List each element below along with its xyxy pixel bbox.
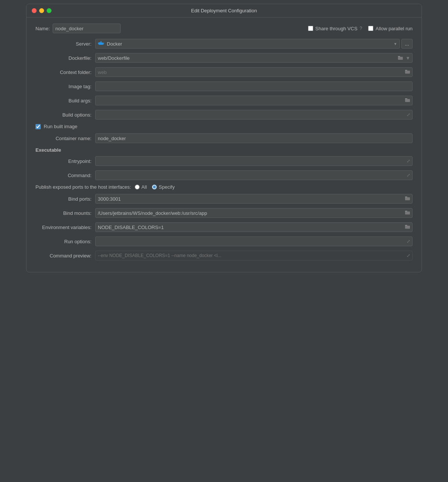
radio-specify[interactable]: [152, 185, 157, 189]
dockerfile-folder-icon[interactable]: [397, 55, 404, 61]
build-options-expand-icon[interactable]: ⤢: [407, 112, 410, 117]
env-variables-folder-icon[interactable]: [405, 224, 410, 230]
run-options-input[interactable]: [95, 237, 413, 246]
radio-specify-label: Specify: [159, 184, 175, 190]
build-options-input[interactable]: [95, 110, 413, 120]
env-variables-row: Environment variables:: [35, 222, 413, 232]
bind-mounts-folder-icon[interactable]: [405, 210, 410, 216]
build-args-folder-icon[interactable]: [405, 98, 410, 103]
image-tag-label: Image tag:: [35, 84, 95, 89]
allow-parallel-label: Allow parallel run: [376, 26, 413, 31]
dockerfile-dropdown-icon[interactable]: ▼: [405, 55, 411, 62]
command-preview-label: Command preview:: [35, 253, 95, 259]
svg-rect-13: [405, 226, 410, 229]
run-options-expand-icon[interactable]: ⤢: [407, 239, 410, 244]
entrypoint-expand-icon[interactable]: ⤢: [407, 158, 410, 164]
bind-mounts-row: Bind mounts:: [35, 208, 413, 218]
env-variables-label: Environment variables:: [35, 225, 95, 230]
context-folder-input[interactable]: [95, 67, 413, 77]
container-name-label: Container name:: [35, 136, 95, 141]
env-variables-input[interactable]: [95, 222, 413, 232]
publish-ports-row: Publish exposed ports to the host interf…: [35, 184, 413, 190]
svg-rect-9: [405, 71, 410, 74]
share-vcs-row: Share through VCS ?: [308, 26, 362, 31]
docker-icon: [98, 41, 105, 46]
context-folder-label: Context folder:: [35, 69, 95, 75]
bind-ports-folder-icon[interactable]: [405, 196, 410, 202]
image-tag-input[interactable]: [95, 81, 413, 91]
command-preview-input: [95, 251, 413, 260]
context-folder-icon[interactable]: [405, 69, 410, 75]
svg-rect-5: [100, 41, 102, 42]
server-value: Docker: [107, 41, 122, 47]
build-options-label: Build options:: [35, 112, 95, 118]
radio-all[interactable]: [135, 185, 140, 189]
svg-rect-10: [405, 99, 410, 102]
window-title: Edit Deployment Configuration: [191, 8, 257, 13]
svg-rect-11: [405, 197, 410, 200]
bind-mounts-label: Bind mounts:: [35, 210, 95, 216]
traffic-lights: [32, 8, 52, 13]
dockerfile-label: Dockerfile:: [35, 55, 95, 61]
command-input[interactable]: [95, 170, 413, 180]
publish-ports-label: Publish exposed ports to the host interf…: [35, 184, 131, 190]
build-args-label: Build args:: [35, 98, 95, 103]
share-vcs-label: Share through VCS: [315, 26, 358, 31]
close-button[interactable]: [32, 8, 37, 13]
server-row: Server:: [35, 38, 413, 49]
bind-ports-label: Bind ports:: [35, 196, 95, 202]
command-preview-expand-icon[interactable]: ⤢: [407, 253, 410, 258]
help-icon[interactable]: ?: [360, 26, 362, 31]
publish-ports-options: All Specify: [135, 184, 175, 190]
entrypoint-input[interactable]: [95, 156, 413, 166]
executable-header: Executable: [35, 147, 413, 153]
container-name-input[interactable]: [95, 133, 413, 143]
server-more-button[interactable]: ...: [401, 39, 413, 49]
build-args-input[interactable]: [95, 96, 413, 105]
svg-point-7: [103, 43, 104, 43]
server-select: Docker ▼ ...: [95, 39, 413, 49]
radio-specify-option[interactable]: Specify: [152, 184, 175, 190]
title-bar: Edit Deployment Configuration: [27, 4, 421, 18]
bind-ports-row: Bind ports:: [35, 194, 413, 204]
name-input[interactable]: [53, 24, 121, 33]
run-options-label: Run options:: [35, 239, 95, 244]
svg-rect-12: [405, 211, 410, 214]
build-args-row: Build args:: [35, 95, 413, 106]
context-folder-row: Context folder:: [35, 67, 413, 77]
allow-parallel-checkbox[interactable]: [368, 26, 373, 31]
radio-all-option[interactable]: All: [135, 184, 147, 190]
command-label: Command:: [50, 173, 95, 178]
command-preview-row: Command preview: ⤢: [35, 250, 413, 261]
server-label: Server:: [35, 41, 95, 47]
image-tag-row: Image tag:: [35, 81, 413, 92]
command-row: Command: ⤢: [35, 170, 413, 180]
container-name-row: Container name:: [35, 133, 413, 143]
allow-parallel-row: Allow parallel run: [368, 26, 413, 31]
maximize-button[interactable]: [47, 8, 52, 13]
name-row: Name: Share through VCS ? Allow parallel…: [35, 24, 413, 33]
server-dropdown[interactable]: Docker ▼: [95, 39, 400, 49]
dockerfile-input[interactable]: [95, 53, 413, 63]
entrypoint-label: Entrypoint:: [50, 158, 95, 164]
run-options-row: Run options: ⤢: [35, 236, 413, 247]
bind-mounts-input[interactable]: [95, 208, 413, 218]
run-built-image-row: Run built image: [35, 124, 413, 129]
name-label: Name:: [35, 26, 50, 31]
run-built-image-checkbox[interactable]: [35, 124, 41, 129]
dropdown-arrow-icon: ▼: [393, 42, 397, 46]
minimize-button[interactable]: [39, 8, 44, 13]
radio-all-label: All: [141, 184, 147, 190]
dockerfile-row: Dockerfile: ▼: [35, 53, 413, 63]
run-built-image-label: Run built image: [44, 124, 77, 129]
command-expand-icon[interactable]: ⤢: [407, 173, 410, 178]
svg-rect-8: [398, 57, 403, 60]
bind-ports-input[interactable]: [95, 194, 413, 204]
entrypoint-row: Entrypoint: ⤢: [35, 156, 413, 166]
share-vcs-checkbox[interactable]: [308, 26, 313, 31]
build-options-row: Build options: ⤢: [35, 109, 413, 120]
